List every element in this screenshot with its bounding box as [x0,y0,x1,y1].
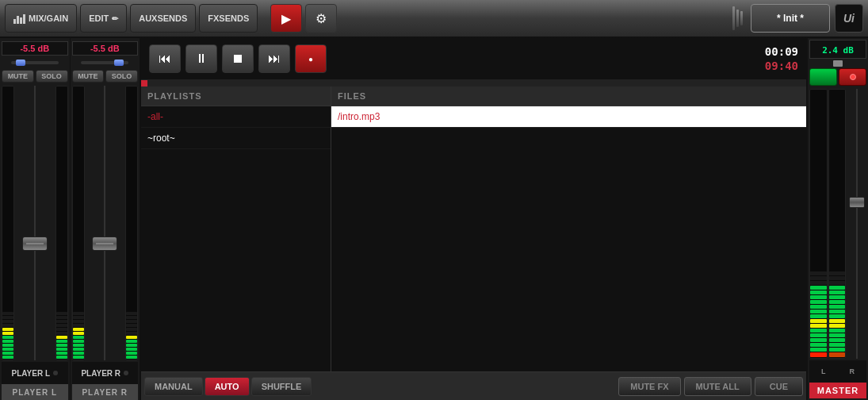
fader-track-right[interactable] [86,86,124,360]
seg [73,328,84,331]
play-button[interactable]: ▶ [270,4,302,33]
auto-button[interactable]: AUTO [205,377,250,396]
seg [829,338,846,342]
seg [56,328,67,331]
seg [810,305,827,309]
files-header: FILES [331,87,806,106]
master-rec-button[interactable] [839,68,866,86]
cue-button[interactable]: CUE [755,377,803,396]
solo-button-right[interactable]: SOLO [105,70,138,83]
edit-button[interactable]: EDIT ✏ [80,4,127,33]
pan-slider-left[interactable] [2,57,68,68]
fader-area-right [72,86,139,360]
pan-thumb-left[interactable] [16,60,25,66]
seg [2,312,13,315]
meter-left-2 [55,86,68,360]
player-l-label: PLAYER L [2,384,68,400]
channel-strip-right: -5.5 dB MUTE SOLO [71,38,140,400]
record-icon: ● [308,55,313,63]
rewind-button[interactable]: ⏮ [149,44,181,73]
seg [829,324,846,328]
fader-knob-left[interactable] [22,237,48,251]
seg [829,348,846,352]
fast-forward-button[interactable]: ⏭ [258,44,290,73]
seg [829,329,846,333]
master-buttons [809,68,866,86]
settings-button[interactable]: ⚙ [305,4,337,33]
fader-track-left[interactable] [16,86,54,360]
seg [829,276,846,280]
seg [126,344,137,347]
seg [810,343,827,347]
fx-label: FXSENDS [208,13,249,23]
master-fader-col[interactable] [847,89,866,359]
seg [810,286,827,290]
ui-logo: Ui [835,4,863,33]
mute-button-left[interactable]: MUTE [2,70,34,83]
progress-fill [141,80,147,87]
fader-knob-right[interactable] [92,237,117,251]
seg [56,320,67,323]
shuffle-button[interactable]: SHUFFLE [251,377,312,396]
channel-strips: -5.5 dB MUTE SOLO [0,38,141,400]
seg [810,300,827,304]
seg [56,324,67,327]
seg [56,344,67,347]
mixer-label: MIX/GAIN [29,13,68,23]
playlist-item-root[interactable]: ~root~ [141,128,331,149]
stop-icon: ⏹ [231,52,244,66]
file-item-intro[interactable]: /intro.mp3 [331,106,806,128]
seg [829,314,846,318]
master-label: MASTER [809,383,866,398]
master-strip: 2.4 dB [806,38,868,400]
playlist-item-all[interactable]: -all- [141,106,331,128]
channel-label-area-right: PLAYER R [72,362,139,384]
seg [73,356,84,359]
aux-label: AUXSENDS [139,13,187,23]
manual-button[interactable]: MANUAL [144,377,203,396]
mute-all-button[interactable]: MUTE ALL [684,377,751,396]
seg [829,295,846,299]
meter-right [72,86,85,360]
time-total: 09:40 [765,59,798,73]
mute-solo-left: MUTE SOLO [2,70,68,83]
pause-button[interactable]: ⏸ [185,44,217,73]
channel-label-left: PLAYER L [11,369,50,378]
fader-line-left [34,86,36,360]
stop-button[interactable]: ⏹ [222,44,254,73]
meter-right-2 [125,86,138,360]
seg [2,352,13,355]
seg [73,324,84,327]
seg [829,271,846,275]
pan-track-left[interactable] [11,61,59,64]
mixer-button[interactable]: MIX/GAIN [5,4,77,33]
mute-button-right[interactable]: MUTE [72,70,105,83]
pan-slider-right[interactable] [72,57,139,68]
master-mini-fader[interactable] [833,60,843,67]
seg [829,319,846,323]
mute-fx-button[interactable]: MUTE FX [618,377,680,396]
seg [810,333,827,337]
master-db-value: 2.4 dB [822,45,854,56]
decorative-lines [732,4,743,33]
seg [829,300,846,304]
record-button[interactable]: ● [295,44,327,73]
seg [2,340,13,343]
master-play-button[interactable] [809,68,837,86]
seg [126,316,137,319]
aux-button[interactable]: AUXSENDS [130,4,196,33]
pan-thumb-right[interactable] [114,60,124,66]
seg [810,314,827,318]
init-button[interactable]: * Init * [751,4,830,33]
seg [2,324,13,327]
master-fader-line [856,89,858,359]
channel-label-right: PLAYER R [81,369,120,378]
solo-button-left[interactable]: SOLO [36,70,68,83]
seg [829,310,846,313]
master-fader-knob[interactable] [849,197,865,208]
progress-bar[interactable] [141,80,806,87]
seg [810,310,827,313]
playlist-files-area: PLAYLISTS -all- ~root~ FILES /intro.mp3 [141,87,806,371]
pan-track-right[interactable] [81,61,128,64]
fx-button[interactable]: FXSENDS [199,4,258,33]
